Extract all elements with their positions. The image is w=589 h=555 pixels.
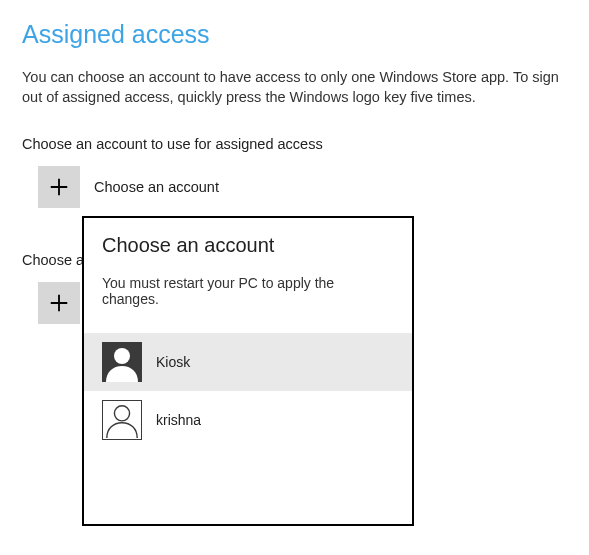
page-description: You can choose an account to have access… (22, 67, 567, 108)
popup-subtitle: You must restart your PC to apply the ch… (84, 275, 412, 333)
account-name: Kiosk (156, 354, 190, 370)
account-item-kiosk[interactable]: Kiosk (84, 333, 412, 391)
popup-title: Choose an account (84, 234, 412, 275)
plus-icon (38, 282, 80, 324)
plus-icon (38, 166, 80, 208)
avatar-icon (102, 342, 142, 382)
section-account-label: Choose an account to use for assigned ac… (22, 136, 567, 152)
account-name: krishna (156, 412, 201, 428)
choose-account-label: Choose an account (94, 179, 219, 195)
choose-account-popup: Choose an account You must restart your … (82, 216, 414, 526)
svg-point-0 (114, 348, 130, 364)
account-item-krishna[interactable]: krishna (84, 391, 412, 449)
page-title: Assigned access (22, 20, 567, 49)
svg-point-1 (114, 406, 129, 421)
avatar-icon (102, 400, 142, 440)
choose-account-button[interactable]: Choose an account (38, 166, 567, 208)
